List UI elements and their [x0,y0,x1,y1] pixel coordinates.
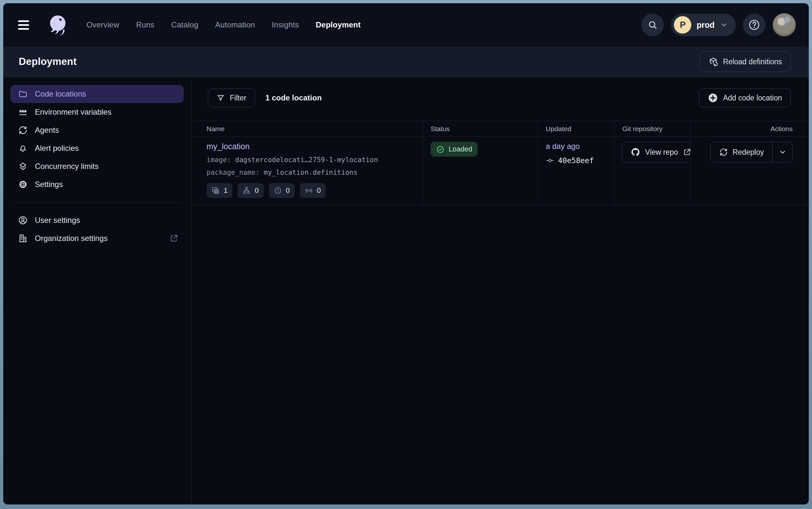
sidebar-item-organization-settings[interactable]: Organization settings [10,229,184,247]
name-cell: my_location image: dagstercodelocati…275… [192,137,422,205]
reload-definitions-label: Reload definitions [723,58,782,66]
definition-counts: 1 0 [207,183,415,198]
main-panel: Filter 1 code location Add code location [192,77,809,505]
sensors-count-pill[interactable]: 0 [300,183,326,198]
status-cell: Loaded [422,137,538,205]
commit-row[interactable]: 40e58eef [546,156,614,165]
updated-time-link[interactable]: a day ago [546,142,580,151]
add-code-location-button[interactable]: Add code location [699,89,791,107]
reload-definitions-button[interactable]: Reload definitions [700,52,791,72]
chevron-down-icon [778,148,787,156]
external-link-icon [170,234,179,243]
redeploy-split-button: Redeploy [710,142,792,163]
search-icon [648,20,658,30]
sidebar-item-concurrency-limits[interactable]: Concurrency limits [10,157,184,175]
env-vars-icon [18,107,28,117]
sidebar-item-label: Agents [35,126,59,135]
filter-label: Filter [230,94,246,102]
sidebar-item-environment-variables[interactable]: Environment variables [10,103,184,121]
assets-count-pill[interactable]: 1 [207,183,232,198]
help-icon [748,19,760,31]
sidebar-item-user-settings[interactable]: User settings [10,211,184,229]
sidebar-item-label: Code locations [35,90,86,99]
nav-item-deployment[interactable]: Deployment [316,20,361,29]
page-title: Deployment [19,56,76,68]
deployment-initial-badge: P [674,16,691,34]
funnel-icon [217,94,225,102]
code-locations-toolbar: Filter 1 code location Add code location [208,89,791,107]
table-header-row: Name Status Updated Git repository Actio… [192,121,809,137]
plus-circle-icon [708,93,718,103]
image-value: dagstercodelocati…2759-1-mylocation [235,156,378,164]
dagster-logo[interactable] [46,13,70,37]
sidebar-item-label: Alert policies [35,144,79,153]
sidebar-item-label: Settings [35,180,63,189]
top-nav: Overview Runs Catalog Automation Insight… [3,3,809,46]
sidebar-item-label: Environment variables [35,107,111,116]
code-location-link[interactable]: my_location [207,142,250,151]
search-button[interactable] [641,13,664,36]
hamburger-icon[interactable] [18,18,32,32]
sidebar-item-code-locations[interactable]: Code locations [10,85,184,103]
table-row: my_location image: dagstercodelocati…275… [192,137,809,205]
redeploy-menu-button[interactable] [772,142,792,162]
sidebar-item-alert-policies[interactable]: Alert policies [10,139,184,157]
page-header: Deployment Reload definitions [3,46,809,77]
git-commit-icon [546,156,554,165]
nav-item-catalog[interactable]: Catalog [171,20,198,29]
github-icon [631,147,640,157]
external-link-icon [683,148,690,156]
gear-icon [18,179,28,189]
folder-icon [18,89,28,99]
schedules-count-pill[interactable]: 0 [269,183,295,198]
primary-nav: Overview Runs Catalog Automation Insight… [86,20,361,29]
redeploy-button[interactable]: Redeploy [711,142,772,162]
deployment-name: prod [697,20,714,30]
dagster-app-window: Overview Runs Catalog Automation Insight… [3,3,809,505]
image-line: image: dagstercodelocati…2759-1-mylocati… [207,156,415,164]
updated-cell: a day ago 40e58eef [538,137,614,205]
check-circle-icon [436,145,445,154]
redeploy-label: Redeploy [733,148,764,157]
help-button[interactable] [743,13,766,36]
jobs-icon [243,186,251,195]
sensors-count: 0 [317,186,321,195]
sidebar-item-agents[interactable]: Agents [10,121,184,139]
nav-item-overview[interactable]: Overview [86,20,119,29]
column-header-actions: Actions [690,121,809,137]
code-locations-table: Name Status Updated Git repository Actio… [192,121,809,205]
schedules-icon [274,186,282,195]
sidebar-item-label: User settings [35,216,80,225]
bell-icon [18,143,28,153]
user-avatar[interactable] [773,13,796,36]
deployment-sidebar: Code locations Environment variables [3,77,192,505]
nav-item-automation[interactable]: Automation [215,20,255,29]
jobs-count-pill[interactable]: 0 [237,183,263,198]
schedules-count: 0 [286,186,290,195]
status-label: Loaded [449,145,472,154]
user-circle-icon [18,215,28,225]
sidebar-item-label: Concurrency limits [35,162,99,171]
nav-right-cluster: P prod [641,13,796,36]
add-code-location-label: Add code location [723,94,782,102]
deployment-switcher[interactable]: P prod [671,13,736,36]
column-header-status: Status [422,121,538,137]
package-value: my_location.definitions [264,169,358,176]
chevron-down-icon [720,21,728,29]
assets-count: 1 [224,186,227,195]
column-header-git-repository: Git repository [614,121,690,137]
view-repo-button[interactable]: View repo [622,142,690,163]
nav-item-insights[interactable]: Insights [272,20,299,29]
nav-item-runs[interactable]: Runs [136,20,155,29]
screenshot-frame: Overview Runs Catalog Automation Insight… [0,0,812,509]
refresh-icon [18,125,28,135]
jobs-count: 0 [255,186,259,195]
layers-icon [18,162,28,171]
refresh-icon [719,147,728,157]
sidebar-item-settings[interactable]: Settings [10,175,184,194]
commit-hash: 40e58eef [558,156,594,165]
filter-button[interactable]: Filter [208,89,255,107]
content-area: Code locations Environment variables [3,77,809,505]
actions-cell: Redeploy [690,137,809,205]
sidebar-item-label: Organization settings [35,234,108,243]
